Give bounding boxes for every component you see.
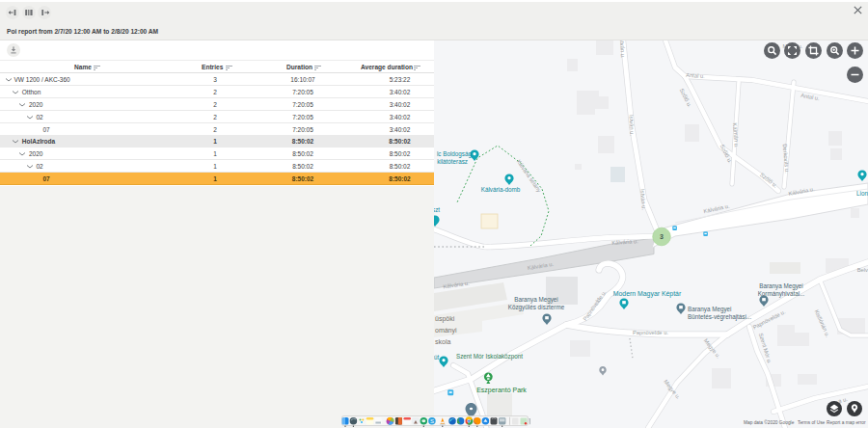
svg-text:S: S (430, 417, 434, 423)
svg-text:Eszperantó Park: Eszperantó Park (476, 387, 527, 394)
svg-text:István u.: István u. (619, 40, 626, 59)
svg-text:lc Boldogság: lc Boldogság (437, 150, 473, 158)
svg-text:Modern Magyar Képtár: Modern Magyar Képtár (613, 290, 682, 298)
svg-text:Szent Mór Iskolaközpont: Szent Mór Iskolaközpont (456, 353, 523, 361)
svg-text:skola: skola (435, 338, 450, 345)
svg-text:Kormányhivatal...: Kormányhivatal... (758, 290, 805, 298)
svg-text:Derkovits u.: Derkovits u. (782, 144, 791, 174)
svg-text:Szőlő u.: Szőlő u. (759, 172, 779, 189)
svg-text:üspöki: üspöki (435, 315, 455, 323)
svg-text:Papnövelde u.: Papnövelde u. (633, 330, 668, 335)
svg-text:Baranya Megyei: Baranya Megyei (759, 282, 803, 290)
svg-text:Baranya Megyei: Baranya Megyei (514, 296, 558, 304)
svg-text:Kisflórián u.: Kisflórián u. (814, 308, 831, 337)
svg-text:Belvá: Belvá (857, 267, 868, 273)
svg-text:Lions: Lions (856, 190, 868, 197)
svg-text:Kálvária-domb: Kálvária-domb (481, 186, 521, 193)
svg-text:út: út (434, 354, 440, 361)
svg-text:Büntetés-végrehajtási...: Büntetés-végrehajtási... (688, 313, 751, 321)
svg-text:ományi: ományi (435, 327, 457, 334)
svg-text:Közgyűlés díszterme: Közgyűlés díszterme (508, 304, 565, 311)
svg-text:Baranya Megyei: Baranya Megyei (688, 306, 732, 313)
svg-text:kilátóterasz: kilátóterasz (437, 158, 468, 165)
svg-text:szt: szt (434, 206, 440, 213)
svg-text:István u.: István u. (639, 189, 647, 211)
svg-text:István u.: István u. (628, 115, 635, 137)
svg-text:3: 3 (660, 233, 664, 240)
